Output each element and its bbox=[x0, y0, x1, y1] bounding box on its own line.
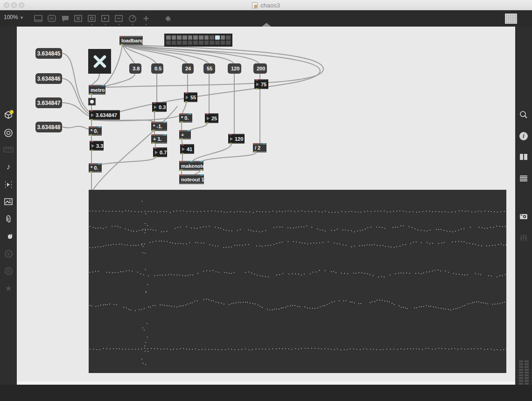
cold-iolet bbox=[163, 134, 166, 136]
box-label: + bbox=[179, 131, 191, 138]
mixer-sliders-icon[interactable] bbox=[515, 232, 532, 244]
message-box-3634848[interactable]: 3.634848 bbox=[35, 122, 62, 132]
reference-book-icon[interactable] bbox=[515, 151, 532, 163]
box-label: 0.3 bbox=[152, 103, 167, 111]
number-box-07[interactable]: 0.7 bbox=[153, 147, 167, 157]
matrix-cell[interactable] bbox=[177, 41, 182, 45]
object-plus[interactable]: + bbox=[179, 130, 191, 139]
box-text: / 2 bbox=[255, 145, 260, 151]
matrix-cell[interactable] bbox=[199, 41, 203, 45]
number-box-3634847[interactable]: 3.634847 bbox=[89, 110, 120, 120]
number-box-33[interactable]: 3.3 bbox=[90, 141, 104, 151]
message-box-3634846[interactable]: 3.634846 bbox=[35, 73, 62, 84]
matrix-cell[interactable] bbox=[166, 35, 171, 40]
matrix-cell[interactable] bbox=[193, 35, 198, 40]
outlet-strip bbox=[184, 101, 197, 102]
midi-keyboard-icon[interactable] bbox=[0, 144, 17, 156]
matrix-cell[interactable] bbox=[226, 35, 231, 40]
inlet-strip bbox=[119, 36, 143, 37]
object-times0-c[interactable]: * 0. bbox=[179, 113, 192, 123]
video-vizzie-icon[interactable] bbox=[0, 179, 17, 191]
matrix-cell[interactable] bbox=[188, 35, 193, 40]
message-box-3634847[interactable]: 3.634847 bbox=[35, 97, 62, 108]
matrix-cell[interactable] bbox=[177, 35, 182, 40]
object-div2[interactable]: / 2 bbox=[253, 143, 266, 152]
audio-target-icon[interactable] bbox=[0, 127, 17, 139]
toggle[interactable] bbox=[88, 49, 111, 74]
patch-layer: 3.6348453.6348463.6348473.634848loadbang… bbox=[0, 0, 532, 401]
object-plus1[interactable]: + 1. bbox=[151, 134, 167, 144]
object-times0-b[interactable]: * 0. bbox=[89, 163, 102, 173]
object-loadbang[interactable]: loadbang bbox=[119, 36, 143, 45]
b-service-icon[interactable]: b bbox=[0, 265, 17, 277]
message-box-38[interactable]: 3.8 bbox=[129, 63, 141, 74]
matrix-cell[interactable] bbox=[188, 41, 193, 45]
box-text: 120 bbox=[231, 66, 239, 71]
outlet-strip bbox=[205, 122, 218, 123]
matrixctrl[interactable] bbox=[164, 34, 232, 47]
out-iolet bbox=[185, 101, 188, 103]
matrix-cell[interactable] bbox=[172, 35, 176, 40]
number-box-03[interactable]: 0.3 bbox=[152, 102, 167, 112]
number-triangle-icon bbox=[91, 144, 94, 148]
number-box-41[interactable]: 41 bbox=[180, 144, 194, 154]
number-triangle-icon bbox=[155, 151, 158, 154]
cold-iolet bbox=[102, 85, 105, 86]
object-metro[interactable]: metro bbox=[89, 85, 105, 95]
matrix-cell[interactable] bbox=[210, 35, 214, 40]
object-makenote[interactable]: makenote bbox=[179, 161, 203, 171]
matrix-cell[interactable] bbox=[199, 35, 203, 40]
outlet-strip bbox=[152, 111, 167, 112]
multislider-scope[interactable] bbox=[89, 190, 506, 373]
message-box-3634845[interactable]: 3.634845 bbox=[35, 48, 62, 59]
inspector-info-icon[interactable]: i bbox=[515, 130, 532, 142]
packages-icon[interactable] bbox=[0, 109, 17, 121]
matrix-cell[interactable] bbox=[221, 41, 225, 45]
message-box-55[interactable]: 55 bbox=[203, 63, 215, 74]
number-box-75[interactable]: 75 bbox=[254, 79, 268, 89]
snapshot-camera-icon[interactable] bbox=[515, 210, 532, 222]
number-box-120[interactable]: 120 bbox=[228, 134, 245, 144]
matrix-cell[interactable] bbox=[204, 35, 209, 40]
matrix-cell[interactable] bbox=[193, 41, 198, 45]
matrix-cell-active[interactable] bbox=[215, 35, 220, 40]
matrix-cell[interactable] bbox=[182, 41, 187, 45]
box-label: * 0. bbox=[89, 128, 102, 134]
hot-iolet bbox=[181, 144, 184, 145]
matrix-cell[interactable] bbox=[172, 41, 176, 45]
outlet-strip bbox=[90, 150, 104, 151]
inlet-strip bbox=[151, 122, 167, 123]
box-text: 41 bbox=[187, 146, 192, 152]
message-box-120[interactable]: 120 bbox=[228, 63, 241, 74]
images-icon[interactable] bbox=[0, 196, 17, 208]
favorites-star-icon[interactable]: ★ bbox=[0, 282, 17, 294]
attachments-paperclip-icon[interactable] bbox=[0, 213, 17, 225]
box-text: * 0. bbox=[91, 165, 98, 171]
message-box-05[interactable]: 0.5 bbox=[151, 63, 163, 74]
matrix-cell[interactable] bbox=[221, 35, 225, 40]
matrix-cell[interactable] bbox=[166, 41, 171, 45]
number-box-25[interactable]: 25 bbox=[205, 113, 218, 123]
matrix-cell[interactable] bbox=[210, 41, 214, 45]
matrix-cell[interactable] bbox=[182, 35, 187, 40]
console-list-icon[interactable] bbox=[515, 173, 532, 185]
v-service-icon[interactable]: v bbox=[0, 248, 17, 260]
matrix-cell[interactable] bbox=[226, 41, 231, 45]
inlet-strip bbox=[152, 102, 167, 103]
matrix-cell[interactable] bbox=[204, 41, 209, 45]
matrix-cell[interactable] bbox=[215, 41, 220, 45]
plug-devices-icon[interactable] bbox=[0, 230, 17, 242]
message-box-200[interactable]: 200 bbox=[253, 63, 267, 74]
box-text: 0.7 bbox=[160, 150, 167, 155]
search-icon[interactable] bbox=[515, 109, 532, 121]
cold-iolet bbox=[189, 113, 191, 115]
object-times-neg1[interactable]: * -1. bbox=[151, 122, 167, 131]
number-box-55[interactable]: 55 bbox=[184, 92, 197, 102]
object-noteout[interactable]: noteout 1 bbox=[179, 174, 204, 184]
object-times0-a[interactable]: * 0. bbox=[89, 126, 102, 136]
bang-button[interactable] bbox=[88, 98, 96, 105]
music-note-icon[interactable]: ♪ bbox=[0, 161, 17, 173]
cold-iolet bbox=[263, 143, 266, 145]
message-box-24[interactable]: 24 bbox=[182, 63, 194, 74]
hot-iolet bbox=[153, 102, 156, 104]
